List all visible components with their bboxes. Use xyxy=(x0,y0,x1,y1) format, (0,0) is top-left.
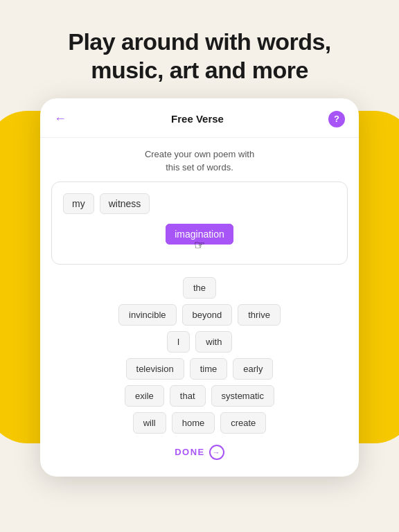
word-systematic[interactable]: systematic xyxy=(211,385,274,407)
word-will[interactable]: will xyxy=(133,412,166,434)
header-line2: music, art and more xyxy=(91,57,308,83)
word-home[interactable]: home xyxy=(172,412,215,434)
poem-area[interactable]: my witness imagination ☞ xyxy=(51,181,348,265)
cursor-hand-icon: ☞ xyxy=(194,238,205,253)
active-word-wrapper: imagination ☞ xyxy=(166,228,233,240)
word-create[interactable]: create xyxy=(220,412,266,434)
word-bank: the invincible beyond thrive I with tele… xyxy=(40,274,359,434)
word-bank-row-5: will home create xyxy=(51,412,348,434)
subtitle-line2: this set of words. xyxy=(166,162,233,172)
word-early[interactable]: early xyxy=(233,358,273,380)
word-that[interactable]: that xyxy=(170,385,206,407)
done-arrow-icon: → xyxy=(209,445,224,460)
word-bank-row-3: television time early xyxy=(51,358,348,380)
done-label: DONE xyxy=(175,447,205,457)
card-header: ← Free Verse ? xyxy=(40,98,359,138)
word-exile[interactable]: exile xyxy=(125,385,164,407)
word-i[interactable]: I xyxy=(167,331,190,353)
card-subtitle: Create your own poem with this set of wo… xyxy=(40,138,359,181)
poem-word-my[interactable]: my xyxy=(63,193,94,214)
word-time[interactable]: time xyxy=(190,358,228,380)
word-the[interactable]: the xyxy=(183,277,216,299)
main-card: ← Free Verse ? Create your own poem with… xyxy=(40,98,359,477)
word-with[interactable]: with xyxy=(195,331,232,353)
word-beyond[interactable]: beyond xyxy=(182,304,233,326)
header-section: Play around with words, music, art and m… xyxy=(0,0,399,98)
poem-words-container: my witness xyxy=(63,193,336,214)
word-television[interactable]: television xyxy=(126,358,184,380)
done-button[interactable]: DONE → xyxy=(40,445,359,460)
word-bank-row-4: exile that systematic xyxy=(51,385,348,407)
back-button[interactable]: ← xyxy=(54,112,66,126)
poem-word-witness[interactable]: witness xyxy=(100,193,150,214)
card-title: Free Verse xyxy=(171,113,224,125)
subtitle-line1: Create your own poem with xyxy=(145,149,254,159)
word-thrive[interactable]: thrive xyxy=(238,304,281,326)
word-bank-row-0: the xyxy=(51,277,348,299)
word-bank-row-2: I with xyxy=(51,331,348,353)
help-button[interactable]: ? xyxy=(328,111,345,127)
word-bank-row-1: invincible beyond thrive xyxy=(51,304,348,326)
header-line1: Play around with words, xyxy=(68,28,331,55)
word-invincible[interactable]: invincible xyxy=(118,304,176,326)
